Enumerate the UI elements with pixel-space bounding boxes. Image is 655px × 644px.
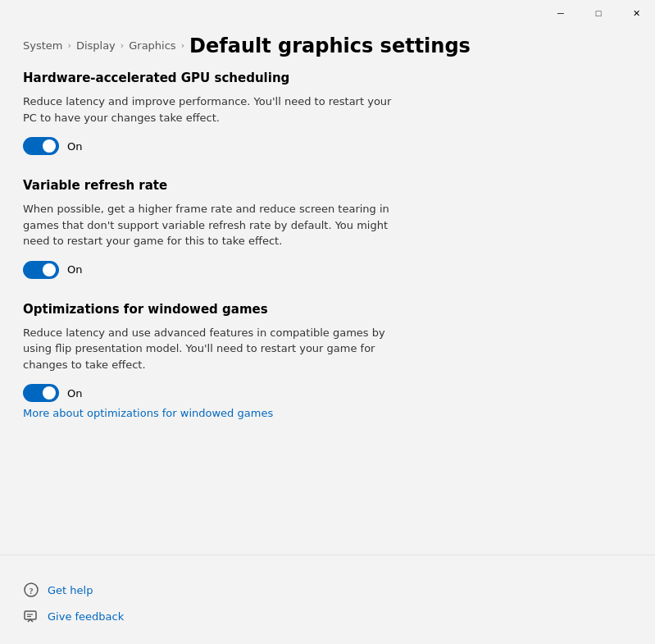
vrr-toggle-track[interactable] [23, 261, 59, 279]
footer-divider [0, 555, 655, 555]
breadcrumb-system[interactable]: System [23, 39, 62, 52]
vrr-toggle-thumb [43, 263, 56, 276]
variable-refresh-desc: When possible, get a higher frame rate a… [23, 201, 400, 249]
svg-text:?: ? [30, 587, 34, 596]
svg-rect-2 [25, 611, 36, 619]
breadcrumb-sep-1: › [67, 40, 71, 51]
breadcrumb-sep-3: › [181, 40, 184, 51]
vrr-toggle-label: On [67, 263, 82, 276]
give-feedback-link[interactable]: Give feedback [23, 608, 632, 624]
breadcrumb-graphics[interactable]: Graphics [129, 39, 175, 52]
gpu-scheduling-desc: Reduce latency and improve performance. … [23, 94, 400, 126]
gpu-scheduling-toggle[interactable] [23, 137, 59, 155]
windowed-toggle-label: On [67, 387, 82, 400]
windowed-games-link[interactable]: More about optimizations for windowed ga… [23, 407, 273, 419]
gpu-scheduling-section: Hardware-accelerated GPU scheduling Redu… [23, 71, 632, 155]
gpu-scheduling-toggle-row: On [23, 137, 632, 155]
page-title: Default graphics settings [189, 34, 471, 57]
gpu-toggle-label: On [67, 140, 82, 153]
windowed-games-desc: Reduce latency and use advanced features… [23, 325, 400, 373]
variable-refresh-section: Variable refresh rate When possible, get… [23, 178, 632, 279]
title-bar: ─ □ ✕ [0, 0, 655, 26]
close-button[interactable]: ✕ [617, 0, 655, 26]
get-help-icon: ? [23, 582, 39, 598]
window: ─ □ ✕ System › Display › Graphics › Defa… [0, 0, 655, 644]
gpu-toggle-thumb [43, 139, 56, 153]
windowed-games-toggle-row: On [23, 384, 632, 402]
windowed-toggle-thumb [43, 386, 56, 400]
minimize-button[interactable]: ─ [542, 0, 580, 26]
gpu-scheduling-title: Hardware-accelerated GPU scheduling [23, 71, 632, 85]
windowed-toggle-track[interactable] [23, 384, 59, 402]
breadcrumb-sep-2: › [121, 40, 124, 51]
get-help-label: Get help [48, 584, 93, 596]
maximize-button[interactable]: □ [580, 0, 617, 26]
get-help-link[interactable]: ? Get help [23, 582, 632, 598]
give-feedback-label: Give feedback [48, 610, 124, 623]
variable-refresh-toggle[interactable] [23, 261, 59, 279]
gpu-toggle-track[interactable] [23, 137, 59, 155]
breadcrumb: System › Display › Graphics › Default gr… [0, 26, 655, 71]
content-area: Hardware-accelerated GPU scheduling Redu… [0, 71, 655, 555]
windowed-games-toggle[interactable] [23, 384, 59, 402]
windowed-games-title: Optimizations for windowed games [23, 302, 632, 317]
windowed-games-section: Optimizations for windowed games Reduce … [23, 302, 632, 421]
variable-refresh-toggle-row: On [23, 261, 632, 279]
breadcrumb-display[interactable]: Display [76, 39, 116, 52]
footer: ? Get help Give feedback [0, 569, 655, 644]
variable-refresh-title: Variable refresh rate [23, 178, 632, 193]
give-feedback-icon [23, 608, 39, 624]
title-bar-controls: ─ □ ✕ [542, 0, 655, 26]
